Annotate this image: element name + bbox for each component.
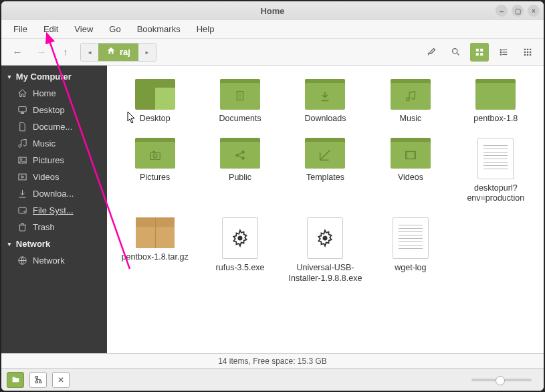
music-icon [17, 138, 27, 149]
show-tree-button[interactable] [29, 372, 47, 388]
file-item[interactable]: desktopurl?env=production [455, 135, 537, 207]
sidebar-item-label: File Syst... [33, 205, 74, 215]
compact-view-button[interactable] [518, 43, 537, 62]
svg-rect-11 [524, 48, 526, 50]
window-controls: ‒ ▢ × [496, 5, 540, 17]
sidebar-item-label: Downloa... [33, 189, 74, 199]
executable-icon [222, 217, 258, 259]
svg-rect-20 [19, 107, 26, 112]
svg-rect-31 [152, 151, 155, 153]
chevron-down-icon: ▾ [7, 239, 12, 249]
svg-point-33 [241, 151, 245, 154]
videos-icon [17, 172, 27, 182]
search-button[interactable] [446, 43, 465, 62]
svg-point-34 [241, 157, 245, 160]
up-button[interactable]: ↑ [56, 43, 75, 62]
sidebar-item-desktop[interactable]: Desktop [1, 102, 107, 118]
close-button[interactable]: × [528, 5, 540, 17]
svg-point-0 [452, 49, 457, 54]
folder-icon [135, 79, 175, 110]
file-item[interactable]: rufus-3.5.exe [199, 215, 281, 286]
menu-view[interactable]: View [66, 21, 101, 37]
sidebar-section-header[interactable]: ▾Network [1, 235, 107, 252]
folder-icon [391, 138, 431, 169]
zoom-slider[interactable] [471, 379, 532, 381]
svg-rect-7 [500, 51, 502, 52]
sidebar-section-label: Network [16, 239, 50, 249]
toggle-location-button[interactable] [422, 43, 441, 62]
text-file-icon [393, 217, 429, 259]
menu-edit[interactable]: Edit [35, 21, 66, 37]
file-item[interactable]: pentbox-1.8.tar.gz [114, 215, 196, 286]
path-prev-button[interactable]: ◂ [81, 43, 98, 61]
svg-rect-21 [21, 112, 24, 113]
sidebar-item-network[interactable]: Network [1, 252, 107, 269]
menu-bookmarks[interactable]: Bookmarks [129, 21, 189, 37]
svg-rect-40 [35, 377, 37, 379]
file-grid: DesktopDocumentsDownloadsMusicpentbox-1.… [114, 76, 537, 286]
svg-rect-1 [476, 48, 479, 51]
file-item[interactable]: Downloads [284, 76, 366, 127]
archive-icon [136, 217, 175, 248]
svg-rect-16 [530, 51, 531, 52]
show-places-button[interactable] [7, 372, 24, 388]
file-item[interactable]: Videos [369, 135, 451, 207]
svg-rect-37 [413, 151, 415, 159]
file-item[interactable]: Templates [284, 135, 366, 207]
file-item[interactable]: pentbox-1.8 [455, 76, 537, 127]
sidebar-item-download[interactable]: Downloa... [1, 185, 107, 202]
file-label: rufus-3.5.exe [216, 263, 265, 274]
menu-go[interactable]: Go [101, 21, 128, 37]
window-title: Home [260, 6, 284, 16]
svg-rect-25 [19, 207, 26, 213]
svg-rect-15 [527, 51, 528, 52]
titlebar[interactable]: Home ‒ ▢ × [1, 1, 544, 20]
icon-view-button[interactable] [470, 43, 489, 62]
svg-rect-17 [524, 54, 526, 55]
svg-rect-18 [527, 54, 528, 55]
download-icon [17, 189, 27, 199]
file-item[interactable]: Universal-USB-Installer-1.9.8.8.exe [284, 215, 366, 286]
file-label: wget-log [395, 263, 426, 274]
list-view-button[interactable] [494, 43, 513, 62]
sidebar-item-label: Trash [33, 222, 55, 232]
sidebar-item-music[interactable]: Music [1, 135, 107, 152]
menu-file[interactable]: File [5, 21, 35, 37]
file-label: Music [400, 114, 422, 124]
sidebar-item-disk[interactable]: File Syst... [1, 202, 107, 219]
folder-icon [220, 79, 260, 110]
desktop-icon [17, 105, 27, 115]
sidebar-item-document[interactable]: Docume... [1, 118, 107, 135]
forward-button[interactable]: → [32, 43, 51, 62]
folder-icon [305, 79, 345, 110]
folder-icon [391, 79, 431, 110]
path-location[interactable]: raj [98, 43, 138, 61]
sidebar: ▾My ComputerHomeDesktopDocume...MusicPic… [1, 66, 107, 353]
svg-rect-14 [524, 51, 526, 52]
svg-point-32 [235, 153, 239, 157]
file-label: Desktop [140, 114, 171, 124]
file-item[interactable]: Music [369, 76, 451, 127]
sidebar-section-header[interactable]: ▾My Computer [1, 68, 107, 85]
sidebar-item-videos[interactable]: Videos [1, 169, 107, 185]
svg-rect-5 [500, 49, 502, 50]
path-label: raj [120, 47, 130, 57]
close-sidebar-button[interactable]: ✕ [52, 372, 70, 388]
sidebar-item-home[interactable]: Home [1, 85, 107, 102]
path-next-button[interactable]: ▸ [138, 43, 156, 61]
file-item[interactable]: Public [199, 135, 281, 207]
sidebar-item-pictures[interactable]: Pictures [1, 152, 107, 169]
svg-rect-4 [480, 53, 483, 56]
file-item[interactable]: Pictures [114, 135, 196, 207]
content-area[interactable]: DesktopDocumentsDownloadsMusicpentbox-1.… [107, 66, 544, 353]
maximize-button[interactable]: ▢ [512, 5, 524, 17]
file-item[interactable]: wget-log [369, 215, 451, 286]
file-item[interactable]: Documents [199, 76, 281, 127]
sidebar-item-trash[interactable]: Trash [1, 219, 107, 235]
status-text: 14 items, Free space: 15.3 GB [218, 357, 327, 366]
minimize-button[interactable]: ‒ [496, 5, 508, 17]
menu-help[interactable]: Help [189, 21, 223, 37]
file-item[interactable]: Desktop [114, 76, 196, 127]
back-button[interactable]: ← [8, 43, 27, 62]
pathbar: ◂ raj ▸ [80, 43, 156, 62]
